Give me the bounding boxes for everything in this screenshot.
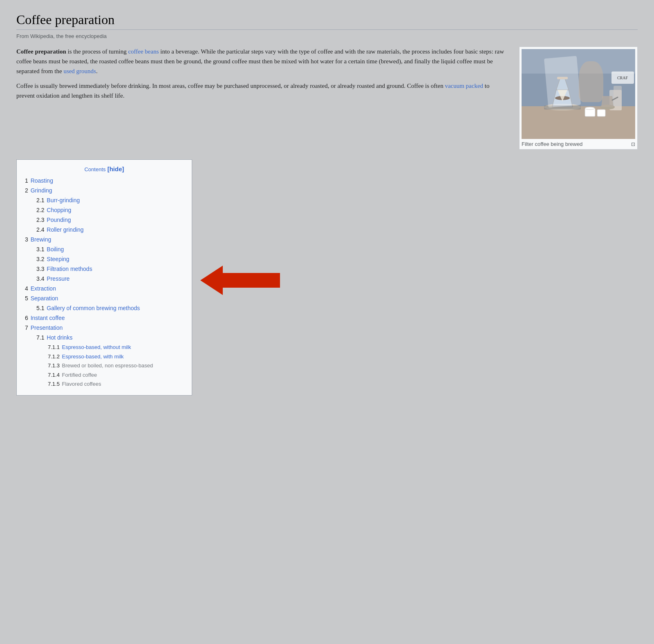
toc-label: Espresso-based, with milk <box>62 353 124 360</box>
toc-number: 3.1 <box>36 246 46 253</box>
toc-label: Separation <box>31 295 58 302</box>
page-title: Coffee preparation <box>16 12 638 30</box>
toc-label: Chopping <box>47 207 71 213</box>
toc-link[interactable]: 7.1.5 Flavored coffees <box>48 381 101 387</box>
toc-item: 2.1 Burr-grinding <box>36 196 184 205</box>
svg-rect-10 <box>614 86 622 110</box>
toc-link[interactable]: 2.3 Pounding <box>36 217 71 223</box>
image-box: CRAF Filter coffee being brewed ⊡ <box>519 47 638 150</box>
toc-label: Roasting <box>31 177 53 184</box>
contents-header: Contents [hide] <box>25 165 184 172</box>
article-image: CRAF <box>522 49 635 139</box>
coffee-beans-link[interactable]: coffee beans <box>128 48 159 55</box>
toc-number: 2.3 <box>36 217 46 223</box>
page-subtitle: From Wikipedia, the free encyclopedia <box>16 33 638 39</box>
toc-item: 7 Presentation <box>25 324 184 332</box>
image-caption: Filter coffee being brewed ⊡ <box>522 141 635 147</box>
toc-link[interactable]: 3.2 Steeping <box>36 256 69 262</box>
toc-label: Burr-grinding <box>47 197 80 203</box>
toc-number: 7.1.1 <box>48 344 61 350</box>
toc-link[interactable]: 3 Brewing <box>25 236 51 243</box>
toc-item: 7.1.3 Brewed or boiled, non espresso-bas… <box>48 362 184 370</box>
toc-number: 4 <box>25 285 30 292</box>
toc-label: Hot drinks <box>47 334 72 341</box>
svg-point-4 <box>555 96 570 100</box>
toc-number: 5.1 <box>36 305 46 311</box>
toc-label: Pounding <box>47 217 71 223</box>
toc-label: Fortified coffee <box>62 372 97 378</box>
toc-item: 7.1.1 Espresso-based, without milk <box>48 343 184 351</box>
toc-link[interactable]: 7 Presentation <box>25 324 63 331</box>
toc-link[interactable]: 7.1.2 Espresso-based, with milk <box>48 353 124 360</box>
svg-text:CRAF: CRAF <box>617 76 628 80</box>
toc-number: 2.2 <box>36 207 46 213</box>
toc-link[interactable]: 1 Roasting <box>25 177 53 184</box>
main-content: Coffee preparation is the process of tur… <box>16 47 638 150</box>
intro-paragraph-2: Coffee is usually brewed immediately bef… <box>16 81 509 101</box>
toc-item: 3 Brewing <box>25 235 184 244</box>
bold-coffee-preparation: Coffee preparation <box>16 48 66 55</box>
toc-item: 3.3 Filtration methods <box>36 265 184 273</box>
toc-item: 7.1.2 Espresso-based, with milk <box>48 353 184 361</box>
toc-item: 2.3 Pounding <box>36 216 184 224</box>
hide-contents-link[interactable]: [hide] <box>108 165 124 172</box>
toc-link[interactable]: 7.1.1 Espresso-based, without milk <box>48 344 131 350</box>
toc-item: 7.1.5 Flavored coffees <box>48 380 184 388</box>
toc-item: 5 Separation <box>25 294 184 303</box>
toc-number: 3.4 <box>36 275 46 282</box>
toc-label: Presentation <box>31 324 63 331</box>
toc-link[interactable]: 6 Instant coffee <box>25 315 65 321</box>
arrow-shaft <box>223 273 280 288</box>
toc-label: Instant coffee <box>31 315 65 321</box>
svg-rect-8 <box>544 105 581 110</box>
toc-item: 7.1.4 Fortified coffee <box>48 371 184 379</box>
toc-number: 2.4 <box>36 226 46 233</box>
toc-number: 5 <box>25 295 30 302</box>
toc-link[interactable]: 7.1 Hot drinks <box>36 334 72 341</box>
toc-item: 5.1 Gallery of common brewing methods <box>36 304 184 313</box>
toc-list: 1 Roasting2 Grinding2.1 Burr-grinding2.2… <box>25 177 184 388</box>
toc-label: Pressure <box>47 275 69 282</box>
toc-link[interactable]: 7.1.3 Brewed or boiled, non espresso-bas… <box>48 362 153 369</box>
toc-label: Brewing <box>31 236 52 243</box>
toc-link[interactable]: 3.1 Boiling <box>36 246 64 253</box>
toc-number: 7.1 <box>36 334 46 341</box>
toc-number: 7 <box>25 324 30 331</box>
toc-label: Roller grinding <box>47 226 83 233</box>
toc-item: 2.2 Chopping <box>36 206 184 215</box>
toc-item: 1 Roasting <box>25 177 184 185</box>
svg-rect-3 <box>557 77 568 79</box>
toc-link[interactable]: 7.1.4 Fortified coffee <box>48 372 97 378</box>
toc-link[interactable]: 5.1 Gallery of common brewing methods <box>36 305 140 311</box>
toc-number: 3.3 <box>36 266 46 272</box>
toc-label: Extraction <box>31 285 56 292</box>
toc-label: Grinding <box>31 187 52 194</box>
article-text: Coffee preparation is the process of tur… <box>16 47 509 105</box>
toc-item: 4 Extraction <box>25 284 184 293</box>
vacuum-packed-link[interactable]: vacuum packed <box>445 83 483 89</box>
toc-link[interactable]: 2.1 Burr-grinding <box>36 197 80 203</box>
toc-number: 2.1 <box>36 197 46 203</box>
svg-rect-7 <box>597 110 605 116</box>
expand-icon[interactable]: ⊡ <box>631 141 635 147</box>
toc-link[interactable]: 3.3 Filtration methods <box>36 266 92 272</box>
toc-link[interactable]: 5 Separation <box>25 295 58 302</box>
intro-paragraph-1: Coffee preparation is the process of tur… <box>16 47 509 76</box>
toc-link[interactable]: 2.4 Roller grinding <box>36 226 84 233</box>
toc-number: 3 <box>25 236 30 243</box>
toc-number: 7.1.4 <box>48 372 61 378</box>
toc-label: Espresso-based, without milk <box>62 344 131 350</box>
toc-link[interactable]: 2 Grinding <box>25 187 52 194</box>
toc-link[interactable]: 3.4 Pressure <box>36 275 69 282</box>
toc-link[interactable]: 4 Extraction <box>25 285 56 292</box>
toc-link[interactable]: 2.2 Chopping <box>36 207 71 213</box>
toc-number: 6 <box>25 315 30 321</box>
toc-number: 3.2 <box>36 256 46 262</box>
toc-number: 1 <box>25 177 30 184</box>
arrow-head <box>200 266 223 295</box>
toc-label: Brewed or boiled, non espresso-based <box>62 362 153 369</box>
toc-item: 6 Instant coffee <box>25 314 184 322</box>
toc-label: Boiling <box>47 246 64 253</box>
used-grounds-link[interactable]: used grounds <box>63 68 96 74</box>
toc-number: 7.1.3 <box>48 362 61 369</box>
